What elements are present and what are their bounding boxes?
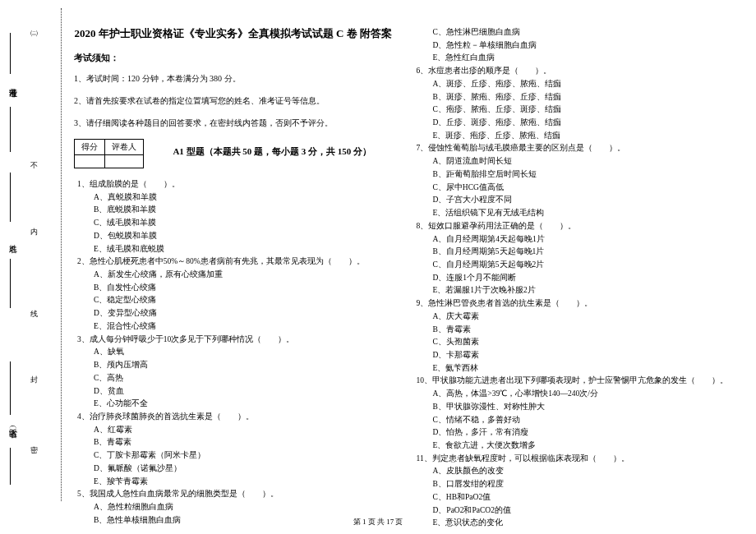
score-header-grader: 评卷人 [105,140,144,155]
question-option: D、怕热，多汗，常有消瘦 [413,426,732,439]
question-option: B、口唇发绀的程度 [413,478,732,490]
question-option: E、绒毛膜和底蜕膜 [74,243,393,255]
question-option: E、斑疹、疱疹、丘疹、脓疱、结痂 [413,130,732,142]
left-column: 2020 年护士职业资格证《专业实务》全真模拟考试试题 C 卷 附答案 考试须知… [74,26,393,530]
side-line [10,361,11,415]
question-stem: 6、水痘患者出疹的顺序是（ ）。 [413,65,732,77]
score-header-score: 得分 [75,140,105,155]
grader-blank [105,155,144,168]
question-option: C、急性淋巴细胞白血病 [413,26,732,39]
question-option: D、氟哌酸（诺氟沙星） [74,463,393,475]
question-stem: 9、急性淋巴管炎患者首选的抗生素是（ ）。 [413,297,732,310]
question-stem: 1、组成胎膜的是（ ）。 [74,178,393,191]
question-option: C、尿中HCG值高低 [413,182,732,194]
section-title: A1 型题（本题共 50 题，每小题 3 分，共 150 分） [152,145,393,158]
question-option: C、稳定型心绞痛 [74,294,393,306]
question-option: A、急性粒细胞白血病 [74,501,393,513]
col2-questions: 6、水痘患者出疹的顺序是（ ）。A、斑疹、丘疹、疱疹、脓疱、结痂B、斑疹、脓疱、… [413,65,732,529]
notice-item: 2、请首先按要求在试卷的指定位置填写您的姓名、准考证号等信息。 [74,94,393,107]
page-content: 2020 年护士职业资格证《专业实务》全真模拟考试试题 C 卷 附答案 考试须知… [74,26,731,530]
question-option: C、头孢菌素 [413,336,732,348]
binding-mark: 内 [29,222,39,230]
question-option: E、急性红白血病 [413,52,732,64]
question-option: A、自月经周期第4天起每晚1片 [413,233,732,246]
question-option: E、食欲亢进，大便次数增多 [413,440,732,452]
question-option: C、自月经周期第5天起每晚2片 [413,259,732,271]
page-footer: 第 1 页 共 17 页 [0,517,756,527]
question-option: B、青霉素 [74,436,393,449]
question-stem: 2、急性心肌梗死患者中50%～80%患者病前有先兆，其最常见表现为（ ）。 [74,255,393,268]
question-option: E、氨苄西林 [413,362,732,375]
question-stem: 8、短效口服避孕药用法正确的是（ ）。 [413,220,732,232]
question-option: A、红霉素 [74,424,393,436]
question-option: C、绒毛膜和羊膜 [74,217,393,229]
question-option: C、HB和PaO2值 [413,491,732,504]
score-row: 得分 评卷人 A1 型题（本题共 50 题，每小题 3 分，共 150 分） [74,139,393,173]
score-blank [75,155,105,168]
question-option: C、疱疹、脓疱、丘疹、斑疹、结痂 [413,104,732,116]
question-option: B、距葡萄胎排空后时间长短 [413,168,732,181]
question-stem: 7、侵蚀性葡萄胎与绒毛膜癌最主要的区别点是（ ）。 [413,142,732,154]
side-line [10,107,11,152]
question-stem: 3、成人每分钟呼吸少于10次多见于下列哪种情况（ ）。 [74,334,393,346]
question-stem: 4、治疗肺炎球菌肺炎的首选抗生素是（ ）。 [74,411,393,423]
exam-title: 2020 年护士职业资格证《专业实务》全真模拟考试试题 C 卷 附答案 [74,26,393,41]
question-option: D、贫血 [74,385,393,398]
question-option: E、若漏服1片于次晚补服2片 [413,284,732,297]
question-option: D、包蜕膜和羊膜 [74,230,393,242]
question-option: D、丘疹、斑疹、疱疹、脓疱、结痂 [413,117,732,129]
question-option: B、斑疹、脓疱、疱疹、丘疹、结痂 [413,91,732,104]
score-table: 得分 评卷人 [74,139,144,168]
question-option: D、连服1个月不能间断 [413,272,732,284]
question-option: D、子宫大小程度不同 [413,194,732,206]
question-option: B、自发性心绞痛 [74,282,393,294]
side-line [10,173,11,222]
binding-mark: 线 [29,304,39,312]
col1-questions: 1、组成胎膜的是（ ）。A、真蜕膜和羊膜B、底蜕膜和羊膜C、绒毛膜和羊膜D、包蜕… [74,178,393,526]
side-line [10,33,11,74]
binding-mark: 封 [29,370,39,378]
question-option: E、羧苄青霉素 [74,476,393,488]
binding-mark: 密 [29,440,39,448]
side-line [10,448,11,485]
question-option: A、真蜕膜和羊膜 [74,191,393,204]
question-option: B、底蜕膜和羊膜 [74,204,393,216]
question-stem: 5、我国成人急性白血病最常见的细胞类型是（ ）。 [74,488,393,500]
question-option: C、情绪不稳，多善好动 [413,414,732,426]
col2-continuation: C、急性淋巴细胞白血病D、急性粒－单核细胞白血病E、急性红白血病 [413,26,732,64]
binding-mark: ㈡ [29,25,39,33]
question-option: A、新发生心绞痛，原有心绞痛加重 [74,269,393,281]
notice-header: 考试须知： [74,53,393,64]
notice-item: 3、请仔细阅读各种题目的回答要求，在密封线内答题，否则不予评分。 [74,117,393,129]
question-option: E、活组织镜下见有无绒毛结构 [413,207,732,219]
question-option: C、高热 [74,372,393,384]
question-stem: 11、判定患者缺氧程度时，可以根据临床表现和（ ）。 [413,453,732,465]
question-option: A、庆大霉素 [413,311,732,323]
question-option: B、自月经周期第5天起每晚1片 [413,246,732,258]
question-option: D、PaO2和PaCO2的值 [413,504,732,517]
question-option: B、青霉素 [413,324,732,336]
question-stem: 10、甲状腺功能亢进患者出现下列哪项表现时，护士应警惕甲亢危象的发生（ ）。 [413,375,732,387]
question-option: D、卡那霉素 [413,349,732,361]
question-option: A、缺氧 [74,346,393,358]
question-option: A、斑疹、丘疹、疱疹、脓疱、结痂 [413,78,732,90]
question-option: A、皮肤颜色的改变 [413,465,732,477]
binding-mark: 不 [29,156,39,164]
question-option: D、急性粒－单核细胞白血病 [413,39,732,52]
question-option: E、混合性心绞痛 [74,320,393,333]
notice-item: 1、考试时间：120 分钟，本卷满分为 380 分。 [74,72,393,85]
side-line [10,259,11,308]
question-option: A、高热，体温>39℃，心率增快140—240次/分 [413,388,732,400]
question-option: A、阴道流血时间长短 [413,155,732,168]
right-column: C、急性淋巴细胞白血病D、急性粒－单核细胞白血病E、急性红白血病 6、水痘患者出… [413,26,732,530]
question-option: D、变异型心绞痛 [74,307,393,320]
question-option: B、甲状腺弥漫性、对称性肿大 [413,401,732,413]
question-option: E、心功能不全 [74,398,393,410]
binding-column [21,8,62,501]
question-option: B、颅内压增高 [74,359,393,371]
question-option: C、丁胺卡那霉素（阿米卡星） [74,449,393,462]
